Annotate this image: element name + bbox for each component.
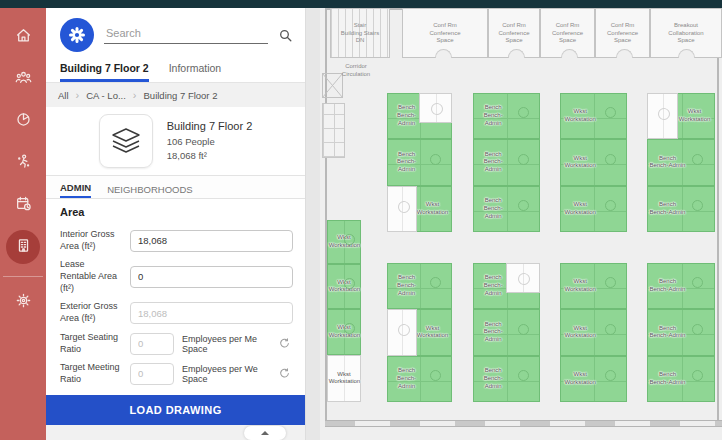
refresh-icon[interactable] [279, 368, 293, 379]
space-block-label: Wkst Workstation [329, 234, 360, 250]
panel-collapse-button[interactable] [244, 426, 286, 440]
space-block-bench[interactable]: Bench Bench-Admin [387, 356, 452, 402]
space-block-label: Bench Bench-Admin [475, 367, 511, 390]
refresh-icon[interactable] [279, 338, 293, 349]
space-block-bench[interactable]: Bench Bench-Admin [473, 309, 540, 356]
space-block-bench[interactable]: Bench Bench-Admin [647, 309, 715, 356]
details-panel: Building 7 Floor 2 Information All › CA … [46, 8, 306, 440]
room-label: Conf Rm Conference Space [403, 22, 487, 45]
space-block-label: Wkst Workstation [562, 201, 598, 217]
field-label-exterior-gross-area: Exterior Gross Area (ft²) [60, 301, 122, 324]
home-icon [15, 27, 32, 48]
caret-up-icon [261, 431, 269, 435]
space-block-label: Wkst Workstation [415, 201, 450, 217]
gear-icon [15, 292, 32, 313]
space-block-workstation[interactable]: Wkst Workstation [560, 356, 627, 402]
space-cell-unassigned[interactable] [387, 186, 417, 232]
space-block-bench[interactable]: Bench Bench-Admin [647, 139, 715, 186]
space-cell-unassigned[interactable] [419, 93, 452, 123]
space-block-workstation[interactable]: Wkst Workstation [327, 264, 361, 309]
sidebar-item-insights[interactable] [6, 104, 40, 138]
panel-footer [46, 425, 305, 440]
sidebar-item-home[interactable] [6, 20, 40, 54]
asterisk-logo-icon [67, 25, 87, 45]
space-block-workstation[interactable]: Wkst Workstation [560, 186, 627, 232]
breadcrumb: All › CA - Lo... › Building 7 Floor 2 [46, 82, 305, 107]
subtab-neighborhoods[interactable]: NEIGHBORHOODS [107, 184, 193, 198]
room-stair[interactable]: Stair Building Stairs DN [330, 8, 390, 58]
load-drawing-button[interactable]: LOAD DRAWING [46, 395, 305, 425]
space-block-bench[interactable]: Bench Bench-Admin [473, 186, 540, 232]
tab-building-7-floor-2[interactable]: Building 7 Floor 2 [60, 62, 149, 82]
space-block-bench[interactable]: Bench Bench-Admin [387, 263, 452, 309]
target-seating-ratio-input [130, 333, 174, 355]
breadcrumb-all[interactable]: All [58, 90, 69, 101]
space-block-label: Wkst Workstation [329, 371, 360, 387]
space-block-label: Bench Bench-Admin [475, 321, 511, 344]
space-cell-unassigned[interactable] [647, 93, 678, 139]
space-cell-unassigned[interactable] [387, 309, 417, 356]
space-block-label: Bench Bench-Admin [475, 104, 511, 127]
layers-icon [99, 114, 153, 168]
space-block-workstation[interactable]: Wkst Workstation [327, 220, 361, 264]
space-block-workstation[interactable]: Wkst Workstation [560, 263, 627, 309]
room-conference[interactable]: Conf Rm Conference Space [540, 8, 595, 58]
room-conference[interactable]: Conf Rm Conference Space [488, 8, 540, 58]
interior-gross-area-input[interactable] [130, 230, 293, 252]
space-block-workstation[interactable]: Wkst Workstation [560, 93, 627, 139]
subtab-admin[interactable]: ADMIN [60, 182, 91, 198]
room-label: Conf Rm Conference Space [596, 22, 649, 45]
field-label-target-meeting-ratio: Target Meeting Ratio [60, 362, 122, 385]
space-block-bench[interactable]: Bench Bench-Admin [647, 356, 715, 402]
space-block-label: Bench Bench-Admin [649, 155, 685, 171]
sidebar-item-schedule[interactable] [6, 188, 40, 222]
sidebar-item-buildings[interactable] [6, 230, 40, 264]
app-logo[interactable] [60, 18, 94, 52]
space-block-workstation[interactable]: Wkst Workstation [327, 355, 361, 402]
target-meeting-ratio-input [130, 363, 174, 385]
pie-chart-icon [15, 111, 32, 132]
search-input[interactable] [104, 26, 268, 40]
space-block-bench[interactable]: Bench Bench-Admin [647, 263, 715, 309]
space-block-bench[interactable]: Bench Bench-Admin [473, 139, 540, 186]
space-block-label: Bench Bench-Admin [389, 367, 424, 390]
sidebar-item-moves[interactable] [6, 146, 40, 180]
room-label: Conf Rm Conference Space [489, 22, 539, 45]
space-block-bench[interactable]: Bench Bench-Admin [473, 356, 540, 402]
space-block-workstation[interactable]: Wkst Workstation [560, 139, 627, 186]
space-block-bench[interactable]: Bench Bench-Admin [473, 93, 540, 139]
chevron-right-icon: › [76, 90, 80, 101]
space-block-workstation[interactable]: Wkst Workstation [560, 309, 627, 356]
space-cell-unassigned[interactable] [506, 263, 540, 293]
space-block-label: Bench Bench-Admin [389, 151, 424, 174]
service-shaft [322, 103, 345, 158]
space-block-label: Wkst Workstation [562, 325, 598, 341]
space-block-bench[interactable]: Bench Bench-Admin [647, 186, 715, 232]
lease-rentable-area-input[interactable] [130, 266, 293, 288]
sidebar-item-people[interactable] [6, 62, 40, 96]
room-breakout[interactable]: Breakout Collaboration Space [650, 8, 722, 58]
search-icon[interactable] [278, 28, 293, 43]
calendar-clock-icon [15, 195, 32, 216]
floor-summary-card: Building 7 Floor 2 106 People 18,068 ft² [46, 107, 305, 175]
person-move-icon [15, 153, 32, 174]
space-block-label: Wkst Workstation [415, 325, 450, 341]
space-block-label: Bench Bench-Admin [649, 325, 685, 341]
space-block-bench[interactable]: Bench Bench-Admin [387, 139, 452, 186]
breadcrumb-location[interactable]: CA - Lo... [86, 90, 126, 101]
tab-information[interactable]: Information [169, 62, 222, 82]
sidebar-divider [3, 276, 43, 277]
breadcrumb-current: Building 7 Floor 2 [144, 90, 218, 101]
panel-tabs: Building 7 Floor 2 Information [46, 58, 305, 82]
people-icon [15, 69, 32, 90]
space-block-label: Wkst Workstation [562, 371, 598, 387]
space-block-workstation[interactable]: Wkst Workstation [327, 309, 361, 355]
space-block-label: Bench Bench-Admin [389, 274, 424, 297]
sidebar [0, 8, 46, 440]
field-label-target-seating-ratio: Target Seating Ratio [60, 332, 122, 355]
room-conference[interactable]: Conf Rm Conference Space [595, 8, 650, 58]
room-conference[interactable]: Conf Rm Conference Space [402, 8, 488, 58]
floorplan[interactable]: Corridor Circulation Stair Building Stai… [320, 8, 722, 440]
sidebar-item-settings[interactable] [6, 285, 40, 319]
building-icon [15, 237, 32, 258]
